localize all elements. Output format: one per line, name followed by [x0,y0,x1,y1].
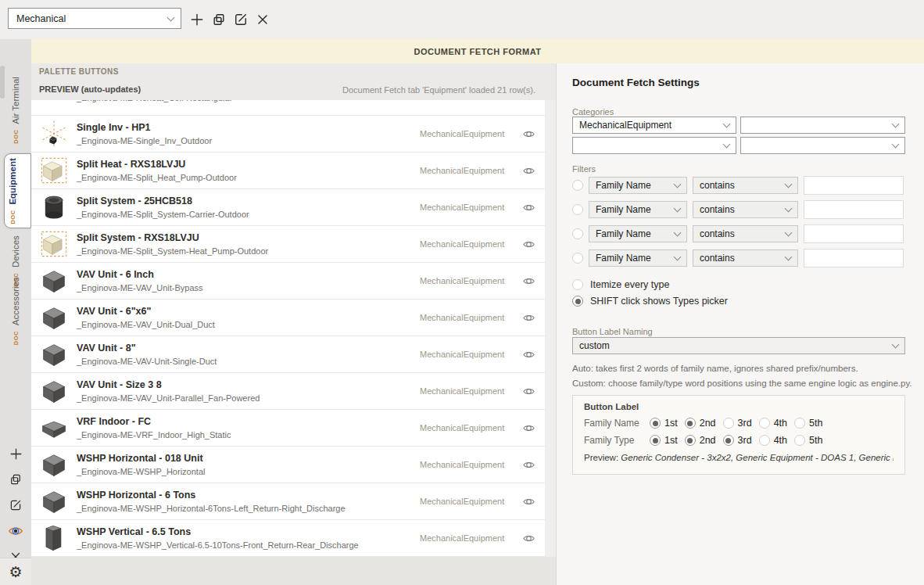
row-eye-button[interactable] [521,494,535,508]
position-radio[interactable] [759,418,770,429]
filter-value-input[interactable] [804,176,904,195]
position-radio[interactable] [723,418,734,429]
filter-operator-select[interactable]: contains [693,225,798,242]
add-tab-button[interactable] [6,444,25,463]
row-eye-button[interactable] [521,421,535,435]
filter-value-input[interactable] [804,249,904,267]
chevron-down-icon [785,253,793,261]
palette-row[interactable]: Split System - 25HCB518 _Enginova-ME-Spl… [31,189,545,226]
row-eye-button[interactable] [521,531,535,545]
chevron-down-icon [167,13,175,21]
filter-enable-radio[interactable] [572,204,583,215]
category-select-4[interactable] [740,137,905,154]
itemize-radio[interactable] [572,279,583,290]
row-eye-button[interactable] [521,274,535,288]
filter-field-select[interactable]: Family Name [589,249,687,267]
row-eye-button[interactable] [521,458,535,472]
duplicate-palette-button[interactable] [209,9,229,30]
row-title: Split System - 25HCB518 [77,196,412,208]
delete-palette-button[interactable] [252,9,273,30]
palette-row[interactable]: VAV Unit - 8" _Enginova-ME-VAV-Unit-Sing… [31,336,545,373]
category-select-1[interactable]: MechanicalEquipment [572,117,736,134]
position-radio[interactable] [650,435,661,446]
rename-tab-button[interactable] [6,496,25,515]
palette-profile-select[interactable]: Mechanical [8,8,181,29]
chevron-down-icon [785,205,793,213]
position-option[interactable]: 4th [759,435,787,446]
row-eye-button[interactable] [521,347,535,361]
eye-icon [522,458,535,472]
position-option[interactable]: 5th [794,435,822,446]
position-radio[interactable] [794,435,805,446]
shift-click-radio[interactable] [572,296,583,307]
palette-row[interactable]: VRF Indoor - FC _Enginova-ME-VRF_Indoor_… [31,410,545,447]
filter-row: Family Name contains [572,248,905,268]
filter-enable-radio[interactable] [572,228,583,239]
palette-row[interactable]: Single Inv - HP1 _Enginova-ME-Single_Inv… [31,116,545,153]
palette-row[interactable]: Split Heat - RXS18LVJU _Enginova-ME-Spli… [31,153,545,189]
row-category: MechanicalEquipment [420,386,514,396]
category-select-3[interactable] [572,137,736,154]
filter-value-input[interactable] [804,200,904,219]
itemize-every-type-option[interactable]: Itemize every type [572,279,728,290]
row-eye-button[interactable] [521,384,535,398]
palette-row[interactable]: _Enginova-ME-Reheat_Coil-Rectangular [31,100,545,116]
filter-field-select[interactable]: Family Name [589,201,687,218]
position-option[interactable]: 1st [650,435,678,446]
palette-row[interactable]: WSHP Horizontal - 6 Tons _Enginova-ME-WS… [31,483,545,520]
position-radio[interactable] [759,435,770,446]
palette-row[interactable]: WSHP Horizontal - 018 Unit _Enginova-ME-… [31,447,545,483]
position-radio[interactable] [685,418,696,429]
position-option[interactable]: 4th [759,418,787,429]
family-name-label: Family Name [584,418,650,429]
position-radio[interactable] [650,418,661,429]
tab-equipment[interactable]: DOCEquipment [4,153,31,228]
preview-tab-button[interactable] [6,522,25,540]
palette-row[interactable]: Split System - RXS18LVJU _Enginova-ME-Sp… [31,226,545,263]
gear-icon[interactable]: ⚙ [9,565,22,580]
rename-palette-button[interactable] [231,9,251,30]
position-radio[interactable] [685,435,696,446]
palette-row[interactable]: VAV Unit - 6 Inch _Enginova-ME-VAV_Unit-… [31,263,545,300]
position-option[interactable]: 3rd [723,418,752,429]
position-option[interactable]: 2nd [685,435,716,446]
button-label-naming-select[interactable]: custom [572,337,905,354]
filter-operator-select[interactable]: contains [693,177,798,194]
position-radio[interactable] [723,435,734,446]
filter-operator-select[interactable]: contains [693,249,798,267]
chevron-down-icon [892,141,900,149]
row-title: VAV Unit - Size 3 8 [77,379,412,392]
category-select-2[interactable] [740,117,905,134]
position-option[interactable]: 3rd [723,435,752,446]
palette-row[interactable]: VAV Unit - Size 3 8 _Enginova-ME-VAV_Uni… [31,373,545,410]
add-palette-button[interactable] [187,9,207,30]
row-eye-button[interactable] [521,127,535,141]
row-subtitle: _Enginova-ME-WSHP_Vertical-6.5-10Tons-Fr… [77,540,412,550]
duplicate-tab-button[interactable] [6,470,25,489]
list-scrollbar[interactable] [545,100,556,557]
filter-field-select[interactable]: Family Name [589,225,687,242]
position-option[interactable]: 2nd [685,418,716,429]
palette-row[interactable]: WSHP Vertical - 6.5 Tons _Enginova-ME-WS… [31,520,545,557]
chevron-down-icon [674,253,682,261]
filter-operator-select[interactable]: contains [693,201,798,218]
row-eye-button[interactable] [521,100,535,104]
filter-field-select[interactable]: Family Name [589,177,687,194]
palette-rows: _Enginova-ME-Reheat_Coil-Rectangular Sin… [31,100,545,557]
filter-value-input[interactable] [804,224,904,243]
position-option[interactable]: 5th [794,418,822,429]
filter-enable-radio[interactable] [572,253,583,264]
tab-air-terminal[interactable]: DOCAir Terminal [0,70,31,150]
shift-click-option[interactable]: SHIFT click shows Types picker [572,296,728,307]
family-name-positions-row: Family Name 1st 2nd 3rd 4th 5th [584,418,894,429]
copy-icon [9,472,23,486]
tab-accessories[interactable]: DOCAccessories [0,274,31,349]
row-eye-button[interactable] [521,237,535,251]
position-option[interactable]: 1st [650,418,678,429]
row-eye-button[interactable] [521,310,535,325]
row-eye-button[interactable] [521,163,535,178]
row-eye-button[interactable] [521,200,535,214]
position-radio[interactable] [794,418,805,429]
filter-enable-radio[interactable] [572,180,583,191]
palette-row[interactable]: VAV Unit - 6"x6" _Enginova-ME-VAV_Unit-D… [31,300,545,336]
